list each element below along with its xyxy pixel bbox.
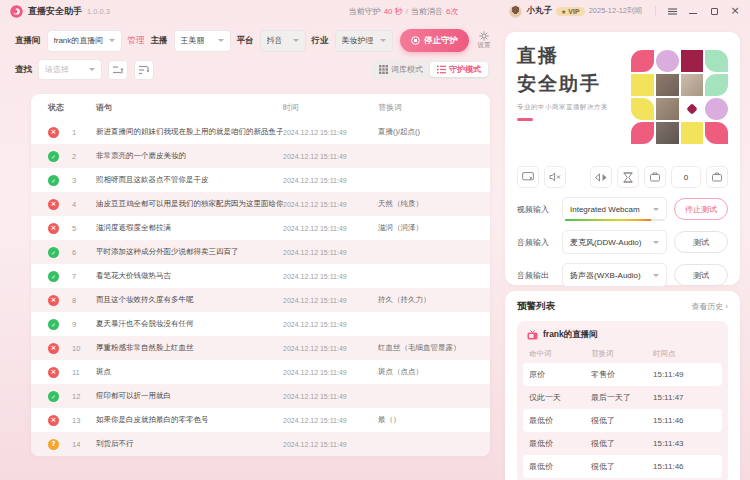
status-icon — [48, 391, 59, 402]
app-logo-icon — [10, 5, 23, 18]
table-row: 10 厚重粉感非常自然脸上红血丝 2024.12.12 15:11:49 红血丝… — [31, 336, 490, 360]
rotate-screen-button[interactable] — [644, 166, 666, 188]
replacement-cell: 直播()/起点() — [378, 127, 490, 137]
alert-room-row: frank的直播间 — [523, 328, 722, 347]
view-history-link[interactable]: 查看历史 › — [691, 301, 728, 312]
test-speaker-button[interactable]: 测试 — [674, 264, 728, 286]
video-input-select[interactable]: Integrated Webcam — [562, 197, 667, 221]
chevron-down-icon — [653, 241, 659, 244]
platform-label: 平台 — [237, 35, 254, 47]
status-icon — [48, 271, 59, 282]
collage-tile — [631, 98, 654, 120]
search-select-placeholder: 请选择 — [45, 64, 85, 75]
room-select[interactable]: frank的直播间 — [47, 30, 122, 52]
table-row: 2 非常票亮的一个磨皮美妆的 2024.12.12 15:11:49 — [31, 144, 490, 168]
user-avatar[interactable] — [509, 5, 522, 18]
replacement-cell: 持久（持久力） — [378, 295, 490, 305]
stats-separator: / — [406, 7, 408, 16]
close-icon[interactable]: × — [730, 6, 740, 16]
guard-stats: 当前守护 40 秒 / 当前消音 6次 — [349, 6, 459, 17]
record-stop-icon — [411, 36, 420, 45]
alerts-card: frank的直播间 命中词 替换词 时间点 原价 零售价 15:11:49 仅此… — [517, 321, 728, 480]
star-icon: ★ — [561, 8, 566, 15]
search-select[interactable]: 请选择 — [38, 59, 102, 80]
stop-test-button[interactable]: 停止测试 — [674, 198, 728, 220]
row-number: 8 — [60, 296, 96, 305]
counter-input[interactable] — [671, 166, 701, 188]
grid-icon — [379, 65, 388, 74]
industry-select-value: 美妆护理 — [342, 35, 376, 46]
sort-descending-button[interactable] — [134, 60, 154, 80]
alerts-table-body: 原价 零售价 15:11:49 仅此一天 最后一天了 15:11:47 最低价 … — [523, 363, 722, 478]
status-icon — [48, 151, 59, 162]
stop-guard-button[interactable]: 停止守护 — [400, 29, 469, 52]
status-icon — [48, 175, 59, 186]
vip-label: VIP — [568, 8, 579, 15]
audio-input-select[interactable]: 麦克风(DDW-Audio) — [562, 230, 667, 254]
sort-ascending-button[interactable] — [108, 60, 128, 80]
header-status: 状态 — [48, 102, 96, 113]
rotate-screen-icon — [649, 172, 661, 182]
alert-replacement-cell: 很低了 — [591, 438, 653, 449]
audio-input-value: 麦克风(DDW-Audio) — [570, 237, 649, 248]
settings-button[interactable]: 设置 — [475, 31, 493, 50]
time-cell: 2024.12.12 15:11:49 — [283, 297, 378, 304]
statement-cell: 新进直播间的姐妹们我现在脸上用的就是咱们的新品鱼子酱起点 — [96, 127, 283, 137]
status-icon — [48, 247, 59, 258]
maximize-icon[interactable] — [709, 6, 719, 16]
alerts-title: 预警列表 — [517, 300, 555, 313]
timer-button[interactable] — [617, 166, 639, 188]
platform-select[interactable]: 抖音 — [260, 30, 306, 52]
table-row: 6 平时添加这种成分外面少说都得卖三四百了 2024.12.12 15:11:4… — [31, 240, 490, 264]
table-header: 状态 语句 时间 替换词 — [31, 94, 490, 120]
display-icon — [711, 172, 723, 182]
table-row: 8 而且这个妆效持久度有多牛呢 2024.12.12 15:11:49 持久（持… — [31, 288, 490, 312]
tab-lexicon-mode[interactable]: 词库模式 — [372, 62, 430, 77]
audio-input-row: 音频输入 麦克风(DDW-Audio) 测试 — [517, 230, 728, 254]
header-statement: 语句 — [96, 102, 283, 113]
tv-icon — [527, 330, 538, 340]
status-icon — [48, 343, 59, 354]
guard-value: 40 秒 — [384, 6, 403, 17]
time-cell: 2024.12.12 15:11:49 — [283, 225, 378, 232]
video-input-value: Integrated Webcam — [570, 205, 649, 214]
row-number: 7 — [60, 272, 96, 281]
test-mic-button[interactable]: 测试 — [674, 231, 728, 253]
display-button[interactable] — [706, 166, 728, 188]
statement-cell: 痘印都可以折一用就白 — [96, 391, 283, 401]
time-cell: 2024.12.12 15:11:49 — [283, 441, 378, 448]
statement-table: 状态 语句 时间 替换词 1 新进直播间的姐妹们我现在脸上用的就是咱们的新品鱼子… — [31, 94, 490, 456]
manage-link[interactable]: 管理 — [128, 35, 145, 47]
video-level-meter — [565, 219, 664, 222]
alert-row: 最低价 很低了 15:11:46 — [523, 455, 722, 478]
collage-tile — [656, 122, 679, 144]
search-label: 查找 — [15, 64, 32, 76]
time-cell: 2024.12.12 15:11:49 — [283, 345, 378, 352]
mute-value: 6次 — [446, 6, 458, 17]
row-number: 5 — [60, 224, 96, 233]
mirror-flip-button[interactable] — [590, 166, 612, 188]
time-cell: 2024.12.12 15:11:49 — [283, 249, 378, 256]
titlebar: 直播安全助手 1.0.0.3 当前守护 40 秒 / 当前消音 6次 小丸子 ★… — [0, 0, 750, 22]
alert-replacement-cell: 很低了 — [591, 415, 653, 426]
mute-button[interactable] — [544, 166, 566, 188]
row-number: 12 — [60, 392, 96, 401]
tab-guard-mode[interactable]: 守护模式 — [430, 62, 488, 77]
screen-off-button[interactable] — [517, 166, 539, 188]
audio-output-select[interactable]: 扬声器(WXB-Audio) — [562, 263, 667, 287]
room-select-value: frank的直播间 — [54, 35, 105, 46]
industry-select[interactable]: 美妆护理 — [335, 30, 393, 52]
alert-header-replacement: 替换词 — [591, 349, 653, 359]
statement-cell: 厚重粉感非常自然脸上红血丝 — [96, 343, 283, 353]
minimize-icon[interactable] — [688, 6, 698, 16]
row-number: 2 — [60, 152, 96, 161]
time-cell: 2024.12.12 15:11:49 — [283, 369, 378, 376]
menu-icon[interactable] — [667, 6, 677, 16]
industry-label: 行业 — [312, 35, 329, 47]
row-number: 10 — [60, 344, 96, 353]
time-cell: 2024.12.12 15:11:49 — [283, 129, 378, 136]
vip-expiry: 2025-12-12到期 — [589, 6, 642, 16]
anchor-select[interactable]: 王美丽 — [174, 30, 231, 52]
statement-cell: 到货后不行 — [96, 439, 283, 449]
collage-tile — [631, 74, 654, 96]
